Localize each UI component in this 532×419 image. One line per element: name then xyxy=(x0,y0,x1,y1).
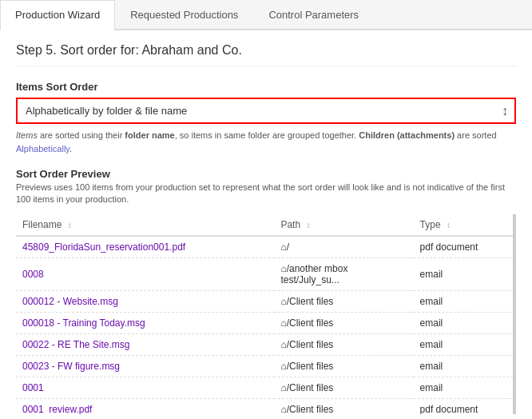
cell-path: ⌂/Client files xyxy=(274,333,413,355)
table-row: 45809_FloridaSun_reservation001.pdf⌂/pdf… xyxy=(16,236,513,258)
cell-type: email xyxy=(414,257,513,290)
sort-icon-filename: ↕ xyxy=(68,221,72,229)
filename-link[interactable]: 0001 xyxy=(22,382,44,393)
cell-type: pdf document xyxy=(414,236,513,258)
cell-path: ⌂/another mbox test/July_su... xyxy=(274,257,413,290)
sort-icon-path: ↕ xyxy=(306,221,310,229)
filename-link[interactable]: 00023 - FW figure.msg xyxy=(22,361,120,372)
tab-bar: Production Wizard Requested Productions … xyxy=(0,0,532,30)
table-row: 00023 - FW figure.msg⌂/Client filesemail xyxy=(16,355,513,377)
table-row: 00022 - RE The Site.msg⌂/Client filesema… xyxy=(16,333,513,355)
cell-filename[interactable]: 00022 - RE The Site.msg xyxy=(16,333,274,355)
sort-icon-type: ↕ xyxy=(447,221,451,229)
step-title: Step 5. Sort order for: Abraham and Co. xyxy=(16,43,516,66)
preview-table: Filename ↕ Path ↕ Type ↕ 45809_FloridaSu… xyxy=(16,214,513,414)
cell-filename[interactable]: 000012 - Website.msg xyxy=(16,290,274,312)
cell-path: ⌂/Client files xyxy=(274,355,413,377)
table-row: 0001⌂/Client filesemail xyxy=(16,377,513,398)
sort-order-select-wrapper: Alphabetically by folder & file name By … xyxy=(16,98,516,124)
sort-order-label: Items Sort Order xyxy=(16,81,516,93)
tab-production-wizard[interactable]: Production Wizard xyxy=(0,0,115,30)
cell-type: email xyxy=(414,333,513,355)
cell-path: ⌂/ xyxy=(274,236,413,258)
cell-filename[interactable]: 000018 - Training Today.msg xyxy=(16,312,274,333)
cell-path: ⌂/Client files xyxy=(274,398,413,414)
cell-path: ⌂/Client files xyxy=(274,312,413,333)
filename-link[interactable]: 0001_review.pdf xyxy=(22,404,92,414)
sort-order-select[interactable]: Alphabetically by folder & file name By … xyxy=(18,99,495,122)
table-row: 0001_review.pdf⌂/Client filespdf documen… xyxy=(16,398,513,414)
filename-link[interactable]: 000018 - Training Today.msg xyxy=(22,317,145,329)
table-row: 000018 - Training Today.msg⌂/Client file… xyxy=(16,312,513,333)
select-arrow-icon: ↕ xyxy=(495,104,514,118)
table-row: 0008⌂/another mbox test/July_su...email xyxy=(16,257,513,290)
filename-link[interactable]: 45809_FloridaSun_reservation001.pdf xyxy=(22,241,185,253)
filename-link[interactable]: 00022 - RE The Site.msg xyxy=(22,339,130,350)
col-header-filename[interactable]: Filename ↕ xyxy=(16,214,274,236)
cell-type: email xyxy=(414,377,513,398)
cell-type: email xyxy=(414,355,513,377)
main-content: Step 5. Sort order for: Abraham and Co. … xyxy=(0,30,532,419)
tab-control-parameters[interactable]: Control Parameters xyxy=(253,0,374,29)
preview-table-container[interactable]: Filename ↕ Path ↕ Type ↕ 45809_FloridaSu… xyxy=(16,214,516,414)
filename-link[interactable]: 0008 xyxy=(22,269,44,280)
cell-path: ⌂/Client files xyxy=(274,290,413,312)
cell-filename[interactable]: 00023 - FW figure.msg xyxy=(16,355,274,377)
col-header-type[interactable]: Type ↕ xyxy=(414,214,513,236)
filename-link[interactable]: 000012 - Website.msg xyxy=(22,296,118,307)
cell-type: email xyxy=(414,290,513,312)
cell-type: email xyxy=(414,312,513,333)
cell-filename[interactable]: 0001 xyxy=(16,377,274,398)
sort-note: Items are sorted using their folder name… xyxy=(16,129,516,155)
cell-type: pdf document xyxy=(414,398,513,414)
cell-filename[interactable]: 45809_FloridaSun_reservation001.pdf xyxy=(16,236,274,258)
cell-filename[interactable]: 0008 xyxy=(16,257,274,290)
table-row: 000012 - Website.msg⌂/Client filesemail xyxy=(16,290,513,312)
cell-filename[interactable]: 0001_review.pdf xyxy=(16,398,274,414)
tab-requested-productions[interactable]: Requested Productions xyxy=(115,0,253,29)
cell-path: ⌂/Client files xyxy=(274,377,413,398)
preview-title: Sort Order Preview xyxy=(16,168,516,180)
preview-subtitle: Previews uses 100 items from your produc… xyxy=(16,182,516,206)
col-header-path[interactable]: Path ↕ xyxy=(274,214,413,236)
